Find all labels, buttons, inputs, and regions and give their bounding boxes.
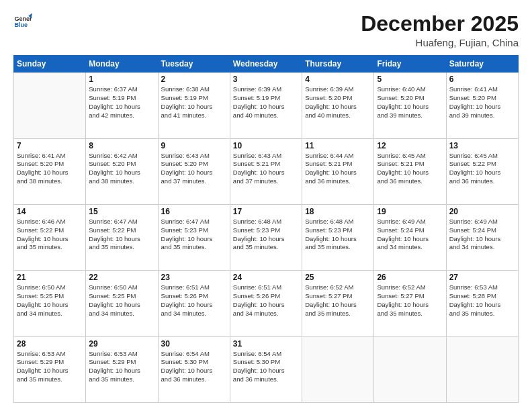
table-row: 13Sunrise: 6:45 AMSunset: 5:22 PMDayligh… xyxy=(446,138,518,204)
table-row xyxy=(302,336,374,402)
day-number: 27 xyxy=(449,273,515,282)
table-row xyxy=(14,73,86,138)
header: General Blue December 2025 Huafeng, Fuji… xyxy=(13,12,519,48)
week-row-1: 7Sunrise: 6:41 AMSunset: 5:20 PMDaylight… xyxy=(14,138,519,204)
table-row: 6Sunrise: 6:41 AMSunset: 5:20 PMDaylight… xyxy=(446,73,518,138)
day-number: 1 xyxy=(89,75,154,84)
day-number: 10 xyxy=(233,141,299,150)
day-info: Sunrise: 6:42 AMSunset: 5:20 PMDaylight:… xyxy=(89,152,154,186)
day-info: Sunrise: 6:49 AMSunset: 5:24 PMDaylight:… xyxy=(377,218,443,252)
table-row xyxy=(446,336,518,402)
day-info: Sunrise: 6:44 AMSunset: 5:21 PMDaylight:… xyxy=(305,152,371,186)
day-info: Sunrise: 6:41 AMSunset: 5:20 PMDaylight:… xyxy=(17,152,83,186)
day-info: Sunrise: 6:37 AMSunset: 5:19 PMDaylight:… xyxy=(89,85,154,120)
day-info: Sunrise: 6:50 AMSunset: 5:25 PMDaylight:… xyxy=(89,283,154,318)
day-number: 17 xyxy=(233,207,299,216)
day-number: 18 xyxy=(305,207,371,216)
day-info: Sunrise: 6:51 AMSunset: 5:26 PMDaylight:… xyxy=(233,283,299,318)
day-info: Sunrise: 6:46 AMSunset: 5:22 PMDaylight:… xyxy=(17,218,83,252)
weekday-header-row: Sunday Monday Tuesday Wednesday Thursday… xyxy=(14,56,519,73)
day-number: 9 xyxy=(161,141,227,150)
header-tuesday: Tuesday xyxy=(158,56,230,73)
day-info: Sunrise: 6:52 AMSunset: 5:27 PMDaylight:… xyxy=(377,283,443,318)
header-thursday: Thursday xyxy=(302,56,374,73)
table-row: 12Sunrise: 6:45 AMSunset: 5:21 PMDayligh… xyxy=(374,138,446,204)
day-info: Sunrise: 6:52 AMSunset: 5:27 PMDaylight:… xyxy=(305,283,371,318)
logo-icon: General Blue xyxy=(13,12,32,31)
table-row: 15Sunrise: 6:47 AMSunset: 5:22 PMDayligh… xyxy=(86,204,158,270)
month-title: December 2025 xyxy=(361,12,519,36)
header-wednesday: Wednesday xyxy=(230,56,302,73)
day-number: 20 xyxy=(449,207,515,216)
table-row: 21Sunrise: 6:50 AMSunset: 5:25 PMDayligh… xyxy=(14,271,86,336)
day-number: 23 xyxy=(161,273,227,282)
table-row: 8Sunrise: 6:42 AMSunset: 5:20 PMDaylight… xyxy=(86,138,158,204)
location: Huafeng, Fujian, China xyxy=(361,37,519,48)
day-info: Sunrise: 6:41 AMSunset: 5:20 PMDaylight:… xyxy=(449,85,515,120)
day-info: Sunrise: 6:53 AMSunset: 5:29 PMDaylight:… xyxy=(89,350,154,384)
day-info: Sunrise: 6:47 AMSunset: 5:23 PMDaylight:… xyxy=(161,218,227,252)
day-number: 31 xyxy=(233,339,299,349)
table-row: 18Sunrise: 6:48 AMSunset: 5:23 PMDayligh… xyxy=(302,204,374,270)
logo: General Blue xyxy=(13,12,32,31)
table-row: 10Sunrise: 6:43 AMSunset: 5:21 PMDayligh… xyxy=(230,138,302,204)
day-number: 14 xyxy=(17,207,83,216)
table-row: 30Sunrise: 6:54 AMSunset: 5:30 PMDayligh… xyxy=(158,336,230,402)
day-number: 29 xyxy=(89,339,154,349)
day-info: Sunrise: 6:53 AMSunset: 5:29 PMDaylight:… xyxy=(17,350,83,384)
day-number: 22 xyxy=(89,273,154,282)
table-row: 16Sunrise: 6:47 AMSunset: 5:23 PMDayligh… xyxy=(158,204,230,270)
day-number: 28 xyxy=(17,339,83,349)
day-info: Sunrise: 6:39 AMSunset: 5:20 PMDaylight:… xyxy=(305,85,371,120)
day-info: Sunrise: 6:54 AMSunset: 5:30 PMDaylight:… xyxy=(161,350,227,384)
day-number: 7 xyxy=(17,141,83,150)
svg-text:Blue: Blue xyxy=(14,21,28,28)
day-number: 4 xyxy=(305,75,371,84)
day-number: 21 xyxy=(17,273,83,282)
table-row: 22Sunrise: 6:50 AMSunset: 5:25 PMDayligh… xyxy=(86,271,158,336)
day-number: 8 xyxy=(89,141,154,150)
day-number: 16 xyxy=(161,207,227,216)
header-monday: Monday xyxy=(86,56,158,73)
day-number: 2 xyxy=(161,75,227,84)
day-number: 30 xyxy=(161,339,227,349)
page: General Blue December 2025 Huafeng, Fuji… xyxy=(0,0,532,411)
table-row: 31Sunrise: 6:54 AMSunset: 5:30 PMDayligh… xyxy=(230,336,302,402)
day-info: Sunrise: 6:39 AMSunset: 5:19 PMDaylight:… xyxy=(233,85,299,120)
table-row: 17Sunrise: 6:48 AMSunset: 5:23 PMDayligh… xyxy=(230,204,302,270)
table-row: 1Sunrise: 6:37 AMSunset: 5:19 PMDaylight… xyxy=(86,73,158,138)
day-info: Sunrise: 6:53 AMSunset: 5:28 PMDaylight:… xyxy=(449,283,515,318)
day-info: Sunrise: 6:48 AMSunset: 5:23 PMDaylight:… xyxy=(233,218,299,252)
day-number: 12 xyxy=(377,141,443,150)
day-info: Sunrise: 6:38 AMSunset: 5:19 PMDaylight:… xyxy=(161,85,227,120)
header-saturday: Saturday xyxy=(446,56,518,73)
day-number: 15 xyxy=(89,207,154,216)
day-number: 24 xyxy=(233,273,299,282)
day-info: Sunrise: 6:47 AMSunset: 5:22 PMDaylight:… xyxy=(89,218,154,252)
day-info: Sunrise: 6:49 AMSunset: 5:24 PMDaylight:… xyxy=(449,218,515,252)
table-row: 23Sunrise: 6:51 AMSunset: 5:26 PMDayligh… xyxy=(158,271,230,336)
day-info: Sunrise: 6:48 AMSunset: 5:23 PMDaylight:… xyxy=(305,218,371,252)
table-row xyxy=(374,336,446,402)
header-sunday: Sunday xyxy=(14,56,86,73)
table-row: 19Sunrise: 6:49 AMSunset: 5:24 PMDayligh… xyxy=(374,204,446,270)
table-row: 3Sunrise: 6:39 AMSunset: 5:19 PMDaylight… xyxy=(230,73,302,138)
day-number: 13 xyxy=(449,141,515,150)
table-row: 29Sunrise: 6:53 AMSunset: 5:29 PMDayligh… xyxy=(86,336,158,402)
title-block: December 2025 Huafeng, Fujian, China xyxy=(361,12,519,48)
table-row: 25Sunrise: 6:52 AMSunset: 5:27 PMDayligh… xyxy=(302,271,374,336)
table-row: 11Sunrise: 6:44 AMSunset: 5:21 PMDayligh… xyxy=(302,138,374,204)
calendar-table: Sunday Monday Tuesday Wednesday Thursday… xyxy=(13,55,519,403)
week-row-4: 28Sunrise: 6:53 AMSunset: 5:29 PMDayligh… xyxy=(14,336,519,402)
table-row: 5Sunrise: 6:40 AMSunset: 5:20 PMDaylight… xyxy=(374,73,446,138)
day-info: Sunrise: 6:43 AMSunset: 5:21 PMDaylight:… xyxy=(233,152,299,186)
day-info: Sunrise: 6:45 AMSunset: 5:22 PMDaylight:… xyxy=(449,152,515,186)
day-number: 25 xyxy=(305,273,371,282)
table-row: 26Sunrise: 6:52 AMSunset: 5:27 PMDayligh… xyxy=(374,271,446,336)
day-number: 11 xyxy=(305,141,371,150)
day-number: 5 xyxy=(377,75,443,84)
week-row-0: 1Sunrise: 6:37 AMSunset: 5:19 PMDaylight… xyxy=(14,73,519,138)
table-row: 14Sunrise: 6:46 AMSunset: 5:22 PMDayligh… xyxy=(14,204,86,270)
week-row-2: 14Sunrise: 6:46 AMSunset: 5:22 PMDayligh… xyxy=(14,204,519,270)
table-row: 28Sunrise: 6:53 AMSunset: 5:29 PMDayligh… xyxy=(14,336,86,402)
